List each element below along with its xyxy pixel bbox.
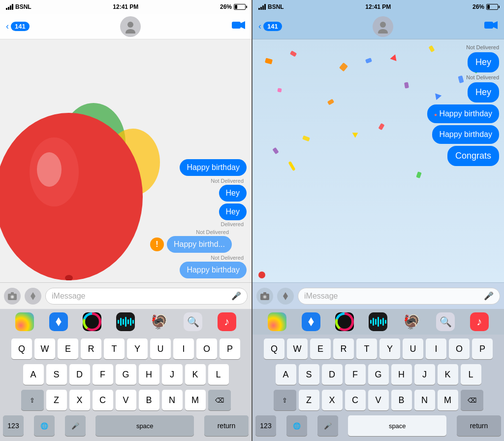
shift-key-left[interactable]: ⇧ (21, 390, 44, 410)
key-K-left[interactable]: K (185, 364, 206, 385)
num-key-left[interactable]: 123 (3, 415, 24, 436)
key-B-left[interactable]: B (139, 390, 159, 410)
key-J-left[interactable]: J (162, 364, 183, 385)
key-V-right[interactable]: V (368, 390, 389, 410)
key-W-left[interactable]: W (34, 339, 55, 359)
back-button-left[interactable]: ‹ 141 (6, 21, 30, 32)
key-H-left[interactable]: H (139, 364, 159, 385)
video-button-left[interactable] (232, 20, 246, 33)
key-S-right[interactable]: S (299, 364, 319, 385)
key-Z-right[interactable]: Z (299, 390, 319, 410)
key-O-left[interactable]: O (196, 339, 217, 359)
key-H-right[interactable]: H (391, 364, 412, 385)
camera-icon (8, 292, 17, 300)
back-badge-left[interactable]: 141 (11, 22, 30, 31)
message-input-right[interactable]: iMessage 🎤 (298, 288, 500, 305)
key-Z-left[interactable]: Z (46, 390, 67, 410)
key-Y-left[interactable]: Y (127, 339, 148, 359)
msg-text-hey1: Hey (226, 189, 240, 197)
globe-key-right[interactable]: 🌐 (286, 415, 307, 436)
apps-button-left[interactable] (25, 288, 41, 305)
key-Q-left[interactable]: Q (11, 339, 32, 359)
key-M-right[interactable]: M (438, 390, 458, 410)
key-S-left[interactable]: S (46, 364, 67, 385)
num-key-right[interactable]: 123 (255, 415, 276, 436)
key-E-left[interactable]: E (58, 339, 78, 359)
camera-button-left[interactable] (4, 288, 21, 305)
space-key-left[interactable]: space (95, 415, 194, 436)
key-M-left[interactable]: M (185, 390, 206, 410)
key-T-right[interactable]: T (356, 339, 377, 359)
key-U-left[interactable]: U (150, 339, 171, 359)
key-K-right[interactable]: K (438, 364, 458, 385)
apps-button-right[interactable] (277, 288, 294, 305)
food-icon-right[interactable]: 🦃 (403, 312, 421, 331)
key-D-right[interactable]: D (322, 364, 343, 385)
key-U-right[interactable]: U (403, 339, 423, 359)
key-N-right[interactable]: N (414, 390, 435, 410)
avatar-right[interactable] (373, 16, 393, 37)
mic-key-right[interactable]: 🎤 (317, 415, 338, 436)
voice-icon-right[interactable] (369, 312, 387, 331)
key-E-right[interactable]: E (310, 339, 331, 359)
shift-key-right[interactable]: ⇧ (274, 390, 296, 410)
photos-icon-left[interactable] (15, 312, 34, 331)
key-O-right[interactable]: O (449, 339, 470, 359)
key-G-left[interactable]: G (116, 364, 136, 385)
key-I-right[interactable]: I (426, 339, 446, 359)
space-key-right[interactable]: space (348, 415, 446, 436)
key-F-left[interactable]: F (93, 364, 113, 385)
key-V-left[interactable]: V (116, 390, 136, 410)
key-A-right[interactable]: A (276, 364, 296, 385)
back-badge-right[interactable]: 141 (263, 22, 282, 31)
return-key-right[interactable]: return (457, 415, 501, 436)
globe-key-left[interactable]: 🌐 (34, 415, 55, 436)
appstore-badge (53, 316, 64, 327)
key-L-right[interactable]: L (461, 364, 481, 385)
key-Y-right[interactable]: Y (379, 339, 400, 359)
camera-button-right[interactable] (256, 288, 273, 305)
key-R-right[interactable]: R (333, 339, 354, 359)
activity-icon-left[interactable] (83, 312, 101, 331)
mic-icon-left[interactable]: 🎤 (231, 291, 241, 301)
signal-bar-r1 (258, 8, 260, 10)
mic-key-left[interactable]: 🎤 (65, 415, 86, 436)
back-button-right[interactable]: ‹ 141 (258, 21, 282, 32)
key-X-left[interactable]: X (69, 390, 90, 410)
key-B-right[interactable]: B (391, 390, 412, 410)
message-input-left[interactable]: iMessage 🎤 (45, 288, 248, 305)
music-icon-right[interactable]: ♪ (470, 312, 489, 331)
appstore-icon-right[interactable] (302, 312, 320, 331)
key-N-left[interactable]: N (162, 390, 183, 410)
search-icon-left[interactable]: 🔍 (184, 312, 202, 331)
voice-icon-left[interactable] (116, 312, 135, 331)
key-W-right[interactable]: W (287, 339, 308, 359)
key-J-right[interactable]: J (414, 364, 435, 385)
avatar-left[interactable] (120, 16, 141, 37)
activity-icon-right[interactable] (335, 312, 354, 331)
appstore-icon-left[interactable] (49, 312, 68, 331)
key-I-left[interactable]: I (173, 339, 194, 359)
key-P-left[interactable]: P (220, 339, 240, 359)
return-key-left[interactable]: return (204, 415, 249, 436)
food-icon-left[interactable]: 🦃 (150, 312, 169, 331)
key-X-right[interactable]: X (322, 390, 343, 410)
key-D-left[interactable]: D (69, 364, 90, 385)
photos-icon-right[interactable] (268, 312, 286, 331)
search-icon-right[interactable]: 🔍 (436, 312, 455, 331)
key-T-left[interactable]: T (104, 339, 125, 359)
key-Q-right[interactable]: Q (264, 339, 284, 359)
music-icon-left[interactable]: ♪ (218, 312, 236, 331)
mic-icon-right[interactable]: 🎤 (484, 291, 494, 301)
key-C-right[interactable]: C (345, 390, 366, 410)
key-C-left[interactable]: C (93, 390, 113, 410)
key-L-left[interactable]: L (208, 364, 229, 385)
key-G-right[interactable]: G (368, 364, 389, 385)
key-P-right[interactable]: P (472, 339, 493, 359)
key-R-left[interactable]: R (81, 339, 101, 359)
video-button-right[interactable] (484, 20, 498, 33)
delete-key-right[interactable]: ⌫ (461, 390, 483, 410)
key-A-left[interactable]: A (23, 364, 44, 385)
delete-key-left[interactable]: ⌫ (208, 390, 231, 410)
key-F-right[interactable]: F (345, 364, 366, 385)
